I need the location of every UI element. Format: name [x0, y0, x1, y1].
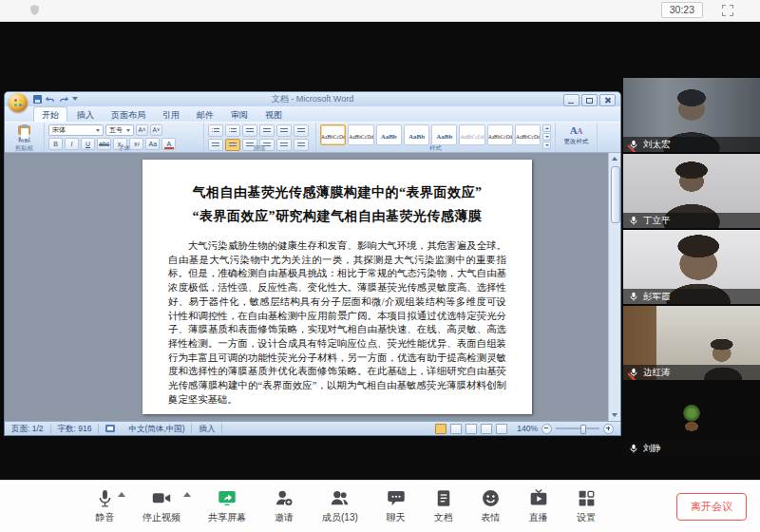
- outline-view-icon[interactable]: [481, 424, 492, 434]
- documents-button[interactable]: 文档: [434, 488, 453, 524]
- fullscreen-icon[interactable]: [722, 5, 733, 16]
- scrollbar-thumb[interactable]: [611, 166, 620, 223]
- font-size-select[interactable]: 五号: [105, 124, 134, 136]
- clipboard-group: 粘贴 剪贴板: [5, 123, 45, 152]
- word-titlebar: 文档 - Microsoft Word: [5, 92, 620, 106]
- participant-name: 彭军霞: [643, 289, 671, 304]
- meeting-toolbar: 静音 停止视频 共享屏幕: [0, 480, 760, 532]
- tab-insert[interactable]: 插入: [69, 107, 102, 122]
- participant-name: 边红涛: [643, 365, 671, 380]
- close-icon[interactable]: [599, 94, 616, 106]
- camera-icon: [151, 488, 172, 508]
- undo-icon[interactable]: [46, 94, 55, 104]
- participant-nametag: 刘太宏: [623, 137, 760, 152]
- style-chip[interactable]: AaBbCcDd 无间隔: [348, 124, 373, 145]
- tab-view[interactable]: 视图: [257, 107, 290, 122]
- mic-icon: [629, 216, 638, 226]
- video-tile[interactable]: 彭军霞: [623, 230, 760, 304]
- font-group: 宋体 五号 A˄ A˅ B I U abc x₂ x² Aa A 字体: [45, 123, 204, 152]
- gallery-up-icon[interactable]: [542, 124, 551, 132]
- redo-icon[interactable]: [59, 94, 68, 104]
- document-area: 气相自由基荧光传感薄膜构建中的“表界面效应” “表界面效应”研究构建气相自由基荧…: [5, 153, 620, 421]
- zoom-level[interactable]: 140%: [517, 424, 538, 433]
- style-chip[interactable]: AaBbCcDd 正文: [320, 124, 346, 145]
- style-chip[interactable]: AaBb 标题: [431, 124, 457, 145]
- zoom-in-icon[interactable]: [603, 424, 614, 434]
- invite-person-icon: [274, 488, 294, 508]
- emoji-smiley-icon: [481, 488, 501, 508]
- mic-muted-icon: [629, 368, 638, 378]
- bullets-icon[interactable]: [208, 124, 223, 137]
- members-button[interactable]: 成员(13): [322, 488, 358, 524]
- tab-mailings[interactable]: 邮件: [189, 107, 221, 122]
- chat-bubble-icon: [386, 488, 407, 508]
- spellcheck-icon[interactable]: [105, 425, 115, 432]
- gallery-down-icon[interactable]: [542, 133, 551, 141]
- tab-references[interactable]: 引用: [155, 107, 187, 122]
- grow-font-icon[interactable]: A˄: [136, 124, 148, 136]
- draft-view-icon[interactable]: [496, 424, 507, 434]
- tab-review[interactable]: 审阅: [223, 107, 256, 122]
- decrease-indent-icon[interactable]: [242, 124, 257, 137]
- paste-icon[interactable]: [18, 125, 30, 135]
- leave-meeting-button[interactable]: 离开会议: [676, 493, 747, 521]
- mic-muted-icon: [629, 140, 638, 150]
- scroll-down-icon[interactable]: [612, 413, 618, 417]
- web-layout-view-icon[interactable]: [466, 424, 477, 434]
- qat-options-caret[interactable]: [72, 97, 78, 101]
- style-chip[interactable]: AaBbCcDd 不明显强调: [459, 124, 484, 145]
- view-zoom-controls: 140%: [435, 424, 614, 434]
- screen-share-icon: [217, 488, 238, 508]
- system-topbar: 30:23: [0, 0, 760, 22]
- word-count: 字数: 916: [51, 424, 100, 433]
- ribbon-tabs: 开始 插入 页面布局 引用 邮件 审阅 视图: [5, 106, 620, 122]
- tab-page-layout[interactable]: 页面布局: [104, 107, 153, 122]
- tab-home[interactable]: 开始: [33, 106, 67, 122]
- zoom-slider-knob[interactable]: [580, 425, 586, 434]
- scroll-up-icon[interactable]: [612, 157, 618, 161]
- live-stream-button[interactable]: 直播: [528, 488, 549, 524]
- print-layout-view-icon[interactable]: [435, 424, 446, 434]
- participant-nametag: 边红涛: [623, 365, 760, 380]
- video-options-caret[interactable]: [183, 492, 191, 497]
- participant-nametag: 丁立平: [623, 213, 760, 228]
- video-tile[interactable]: 边红涛: [623, 306, 760, 380]
- emoji-button[interactable]: 表情: [481, 488, 501, 524]
- shrink-font-icon[interactable]: A˅: [150, 124, 162, 136]
- mic-icon: [629, 444, 638, 454]
- document-icon: [434, 488, 453, 508]
- participant-nametag: 彭军霞: [623, 289, 760, 304]
- show-marks-icon[interactable]: [294, 124, 309, 137]
- font-name-select[interactable]: 宋体: [48, 124, 104, 136]
- numbering-icon[interactable]: [225, 124, 240, 137]
- style-chip[interactable]: AaBb 标题 2: [404, 124, 429, 145]
- style-chip[interactable]: AaBbCcDd 强调: [487, 124, 513, 145]
- settings-button[interactable]: 设置: [577, 488, 597, 524]
- minimize-icon[interactable]: [563, 94, 580, 106]
- chat-button[interactable]: 聊天: [386, 488, 407, 524]
- style-chip[interactable]: AaBbCcDd 明显强调: [515, 124, 541, 145]
- mute-button[interactable]: 静音: [95, 488, 115, 524]
- office-button[interactable]: [9, 93, 28, 112]
- video-tile[interactable]: 刘太宏: [623, 78, 760, 152]
- change-styles-button[interactable]: AA 更改样式: [556, 123, 598, 152]
- maximize-icon[interactable]: [581, 94, 598, 106]
- share-screen-button[interactable]: 共享屏幕: [208, 488, 246, 524]
- fullscreen-reading-view-icon[interactable]: [450, 424, 462, 434]
- audio-options-caret[interactable]: [118, 492, 125, 497]
- vertical-scrollbar[interactable]: [608, 153, 620, 421]
- video-tile[interactable]: 丁立平: [623, 154, 760, 228]
- stop-video-button[interactable]: 停止视频: [142, 488, 180, 524]
- meeting-timer: 30:23: [661, 2, 703, 18]
- sort-icon[interactable]: [276, 124, 292, 137]
- toolbar-buttons: 静音 停止视频 共享屏幕: [95, 488, 597, 524]
- increase-indent-icon[interactable]: [259, 124, 275, 137]
- zoom-slider[interactable]: [556, 428, 599, 429]
- video-tile[interactable]: 刘静: [623, 382, 760, 456]
- save-icon[interactable]: [33, 95, 42, 104]
- style-chip[interactable]: AaBb 标题 1: [376, 124, 402, 145]
- invite-button[interactable]: 邀请: [274, 488, 294, 524]
- zoom-out-icon[interactable]: [542, 424, 552, 434]
- document-page[interactable]: 气相自由基荧光传感薄膜构建中的“表界面效应” “表界面效应”研究构建气相自由基荧…: [142, 160, 532, 414]
- word-title-text: 文档 - Microsoft Word: [5, 92, 620, 106]
